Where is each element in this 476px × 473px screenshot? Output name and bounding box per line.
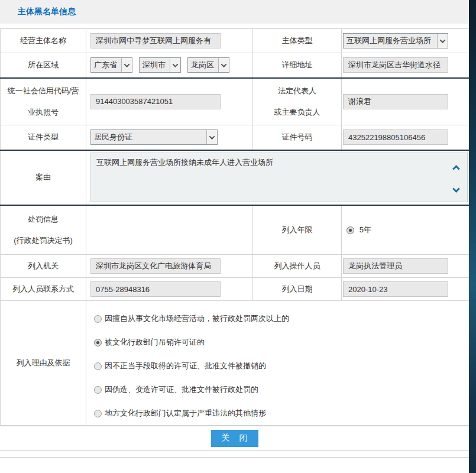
legal-rep-label-line2: 或主要负责人 — [253, 102, 341, 123]
cert-type-label: 证件类型 — [1, 125, 86, 150]
listing-operator-input[interactable] — [343, 258, 448, 274]
penalty-info-cell — [86, 205, 253, 255]
penalty-info-label-line1: 处罚信息 — [1, 209, 86, 230]
chevron-down-icon[interactable] — [206, 130, 217, 144]
close-button[interactable]: 关 闭 — [211, 430, 258, 447]
chevron-up-icon[interactable] — [454, 164, 461, 171]
blacklist-info-modal: 主体黑名单信息 经营主体名称 主体类型 互联网上网服务营业场所 所在区域 广东省 — [0, 0, 476, 473]
reason-radio-3[interactable] — [94, 362, 102, 370]
reason-option[interactable]: 被文化行政部门吊销许可证的 — [94, 331, 469, 354]
reason-option-label: 因擅自从事文化市场经营活动，被行政处罚两次以上的 — [105, 313, 289, 324]
legal-rep-label: 法定代表人 或主要负责人 — [253, 78, 342, 125]
chevron-down-icon[interactable] — [170, 58, 180, 72]
region-label: 所在区域 — [1, 53, 86, 78]
province-select[interactable]: 广东省 — [90, 57, 132, 73]
row-credit-code: 统一社会信用代码/营 业执照号 法定代表人 或主要负责人 — [1, 78, 469, 125]
row-case: 案由 互联网上网服务营业场所接纳未成年人进入营业场所 — [1, 150, 469, 205]
chevron-down-icon[interactable] — [454, 186, 461, 193]
row-penalty: 处罚信息 (行政处罚决定书) 列入年限 5年 — [1, 205, 469, 255]
subject-type-select[interactable]: 互联网上网服务营业场所 — [343, 33, 448, 48]
cert-no-label: 证件号码 — [253, 125, 342, 150]
listing-operator-label: 列入操作人员 — [253, 255, 342, 278]
business-name-input[interactable] — [90, 33, 221, 48]
chevron-down-icon[interactable] — [218, 58, 229, 72]
listing-years-radio[interactable] — [347, 226, 354, 234]
credit-code-label: 统一社会信用代码/营 业执照号 — [1, 78, 86, 125]
address-label: 详细地址 — [253, 53, 342, 78]
reason-option-label: 因不正当手段取得的许可证、批准文件被撤销的 — [105, 361, 266, 371]
district-value: 龙岗区 — [188, 60, 218, 70]
cert-no-input[interactable] — [343, 129, 448, 145]
legal-rep-label-line1: 法定代表人 — [253, 80, 341, 102]
chevron-down-icon[interactable] — [121, 58, 132, 72]
listing-org-input[interactable] — [90, 258, 221, 274]
listing-org-label: 列入机关 — [1, 255, 86, 278]
case-text: 互联网上网服务营业场所接纳未成年人进入营业场所 — [96, 158, 273, 167]
business-name-label: 经营主体名称 — [1, 29, 86, 53]
row-business-name: 经营主体名称 主体类型 互联网上网服务营业场所 — [1, 29, 469, 53]
city-select[interactable]: 深圳市 — [139, 57, 181, 73]
row-reasons: 列入理由及依据 因擅自从事文化市场经营活动，被行政处罚两次以上的 被文化行政部门… — [1, 301, 469, 426]
row-listing-org: 列入机关 列入操作人员 — [1, 255, 469, 278]
province-value: 广东省 — [91, 60, 121, 70]
cert-type-select[interactable]: 居民身份证 — [90, 129, 218, 145]
district-select[interactable]: 龙岗区 — [187, 57, 229, 73]
reasons-options: 因擅自从事文化市场经营活动，被行政处罚两次以上的 被文化行政部门吊销许可证的 因… — [90, 301, 469, 425]
legal-rep-input[interactable] — [343, 94, 448, 109]
row-contact: 列入人员联系方式 列入日期 — [1, 278, 469, 301]
credit-code-label-line2: 业执照号 — [1, 102, 86, 123]
listing-years-label: 列入年限 — [253, 205, 342, 255]
reason-option-label: 被文化行政部门吊销许可证的 — [105, 337, 205, 348]
header-spacer — [0, 24, 476, 28]
reasons-label: 列入理由及依据 — [1, 301, 86, 426]
reason-option[interactable]: 因伪造、变造许可证、批准文件被行政处罚的 — [94, 378, 469, 401]
reason-option[interactable]: 地方文化行政部门认定属于严重违法的其他情形 — [94, 401, 469, 425]
row-region: 所在区域 广东省 深圳市 龙岗区 详细地址 — [1, 53, 469, 78]
reason-radio-2[interactable] — [94, 339, 102, 346]
button-row: 关 闭 — [0, 426, 469, 451]
case-textarea[interactable]: 互联网上网服务营业场所接纳未成年人进入营业场所 — [90, 153, 468, 202]
bottom-spacer — [0, 458, 476, 473]
blacklist-form-table: 经营主体名称 主体类型 互联网上网服务营业场所 所在区域 广东省 深圳市 — [0, 28, 469, 426]
reason-option[interactable]: 因擅自从事文化市场经营活动，被行政处罚两次以上的 — [94, 307, 469, 331]
chevron-down-icon[interactable] — [437, 34, 448, 48]
reason-option-label: 因伪造、变造许可证、批准文件被行政处罚的 — [105, 384, 258, 395]
right-edge-strip — [469, 0, 476, 473]
page-title: 主体黑名单信息 — [0, 0, 76, 17]
credit-code-label-line1: 统一社会信用代码/营 — [1, 80, 86, 102]
reason-radio-4[interactable] — [94, 386, 102, 394]
listing-years-option: 5年 — [360, 225, 371, 234]
row-cert: 证件类型 居民身份证 证件号码 — [1, 125, 469, 150]
listing-date-label: 列入日期 — [253, 278, 342, 301]
case-label: 案由 — [1, 150, 86, 205]
reason-option[interactable]: 因不正当手段取得的许可证、批准文件被撤销的 — [94, 354, 469, 378]
city-value: 深圳市 — [140, 60, 170, 70]
subject-type-value: 互联网上网服务营业场所 — [344, 35, 437, 46]
address-input[interactable] — [343, 57, 448, 73]
reason-radio-5[interactable] — [94, 410, 102, 417]
listing-date-input[interactable] — [343, 281, 448, 297]
reason-radio-1[interactable] — [94, 315, 102, 323]
penalty-info-label: 处罚信息 (行政处罚决定书) — [1, 205, 86, 255]
modal-header: 主体黑名单信息 — [0, 0, 469, 24]
cert-type-value: 居民身份证 — [91, 132, 206, 142]
credit-code-input[interactable] — [90, 94, 221, 109]
reason-option-label: 地方文化行政部门认定属于严重违法的其他情形 — [105, 408, 266, 419]
penalty-info-label-line2: (行政处罚决定书) — [1, 230, 86, 251]
contact-input[interactable] — [90, 281, 221, 297]
contact-label: 列入人员联系方式 — [1, 278, 86, 301]
subject-type-label: 主体类型 — [253, 29, 342, 53]
divider-band — [0, 451, 469, 458]
